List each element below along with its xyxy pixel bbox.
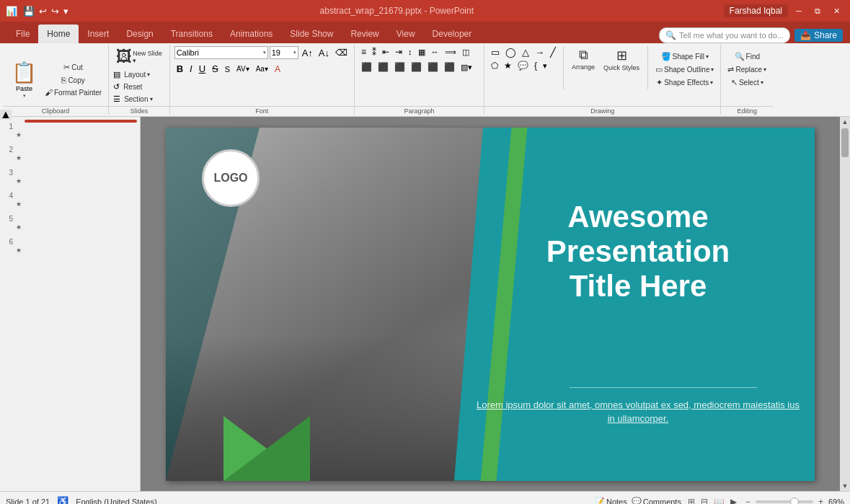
slide-thumb-4[interactable]: 4 ★: [3, 189, 137, 208]
slide-canvas-area[interactable]: LOGO Awesome Presentation Title Here Lor…: [141, 117, 840, 491]
slide-thumb-1[interactable]: 1 ★ LOGO Awesome Presentation Title Here: [3, 120, 137, 138]
find-button[interactable]: 🔍 Find: [725, 51, 769, 62]
reset-button[interactable]: Reset: [121, 82, 144, 92]
bold-btn[interactable]: B: [174, 63, 185, 75]
format-painter-button[interactable]: 🖌 Format Painter: [43, 87, 104, 97]
shape-pentagon-btn[interactable]: ⬠: [489, 60, 500, 71]
zoom-in-btn[interactable]: +: [816, 495, 825, 505]
shape-more-btn[interactable]: ▾: [541, 60, 549, 71]
replace-button[interactable]: ⇌ Replace ▾: [725, 64, 769, 75]
shape-fill-button[interactable]: 🪣 Shape Fill ▾: [653, 51, 716, 62]
tab-view[interactable]: View: [388, 25, 424, 43]
zoom-out-btn[interactable]: −: [743, 495, 753, 505]
new-slide-button[interactable]: 🖼 New Slide ▾: [113, 46, 165, 68]
font-decrease-btn[interactable]: A↓: [316, 47, 332, 59]
columns-btn[interactable]: ▦: [416, 47, 428, 58]
slide-panel-scroll-up[interactable]: ▲: [0, 110, 12, 120]
shape-triangle-btn[interactable]: △: [520, 46, 531, 58]
slide-thumb-5[interactable]: 5 ★ Financials: [3, 212, 137, 231]
scroll-thumb[interactable]: [841, 128, 849, 157]
slide-thumb-6[interactable]: 6 ★ Our History: [3, 235, 137, 254]
font-increase-btn[interactable]: A↑: [300, 47, 315, 59]
tab-transitions[interactable]: Transitions: [162, 25, 221, 43]
zoom-thumb[interactable]: [790, 498, 799, 505]
clear-format-btn[interactable]: ⌫: [333, 47, 350, 58]
smartart-btn[interactable]: ◫: [460, 47, 472, 58]
slide-sorter-btn[interactable]: ⊟: [699, 495, 710, 505]
line-spacing-btn[interactable]: ↕: [406, 47, 415, 57]
right-scrollbar[interactable]: ▲ ▼: [840, 117, 850, 491]
tab-review[interactable]: Review: [342, 25, 387, 43]
increase-indent-btn[interactable]: ⇥: [393, 46, 404, 58]
zoom-slider[interactable]: [756, 500, 813, 503]
align-center-btn[interactable]: ⬛: [376, 61, 391, 73]
shape-outline-button[interactable]: ▭ Shape Outline ▾: [653, 64, 716, 75]
text-fill-btn[interactable]: ▧▾: [459, 62, 474, 73]
tab-insert[interactable]: Insert: [79, 25, 118, 43]
reading-view-btn[interactable]: 📖: [712, 495, 727, 505]
text-direction-btn[interactable]: ↔: [429, 47, 441, 57]
slide-subtitle[interactable]: Lorem ipsum dolor sit amet, omnes volutp…: [476, 398, 800, 426]
char-spacing-btn[interactable]: AV▾: [234, 64, 252, 74]
tab-design[interactable]: Design: [118, 25, 161, 43]
align-left-btn[interactable]: ⬛: [359, 61, 374, 73]
shape-arrow-btn[interactable]: →: [533, 46, 546, 58]
paste-button[interactable]: 📋 Paste ▾: [7, 59, 41, 100]
slideshow-btn[interactable]: ▶: [728, 495, 739, 505]
italic-btn[interactable]: I: [187, 63, 195, 75]
close-btn[interactable]: ✕: [828, 3, 844, 19]
shape-star-btn[interactable]: ★: [502, 60, 514, 71]
shape-line-btn[interactable]: ╱: [548, 46, 558, 58]
slide-img-wrap-1[interactable]: LOGO Awesome Presentation Title Here: [25, 120, 137, 123]
font-size-selector[interactable]: 19 ▾: [270, 46, 298, 59]
slide-img-wrap-4[interactable]: [25, 189, 137, 192]
section-button[interactable]: Section ▾: [122, 94, 154, 104]
scroll-up-btn[interactable]: ▲: [840, 117, 850, 127]
decrease-indent-btn[interactable]: ⇤: [380, 46, 391, 58]
tab-developer[interactable]: Developer: [424, 25, 481, 43]
quick-styles-button[interactable]: ⊞ Quick Styles: [601, 46, 642, 73]
save-quick-btn[interactable]: 💾: [22, 4, 36, 18]
tab-animations[interactable]: Animations: [221, 25, 281, 43]
align-justify-btn[interactable]: ⬛: [409, 61, 424, 73]
text-shadow-btn[interactable]: ⬛: [442, 61, 457, 73]
align-right-btn[interactable]: ⬛: [392, 61, 407, 73]
text-columns-btn[interactable]: ⬛: [425, 61, 441, 73]
strikethrough-btn[interactable]: S: [210, 63, 221, 75]
help-search[interactable]: 🔍 Tell me what you want to do...: [659, 27, 790, 43]
shape-callout-btn[interactable]: 💬: [515, 60, 531, 71]
slide-img-wrap-2[interactable]: Awesome Header Here: [25, 143, 137, 146]
restore-btn[interactable]: ⧉: [810, 3, 825, 19]
slide-thumb-2[interactable]: 2 ★ Awesome Header Here: [3, 143, 137, 162]
font-name-selector[interactable]: Calibri ▾: [174, 46, 268, 59]
slide-thumb-3[interactable]: 3 ★ Our Services: [3, 166, 137, 185]
share-button[interactable]: 📤 Share: [794, 29, 843, 42]
underline-btn[interactable]: U: [197, 63, 208, 75]
shape-effects-button[interactable]: ✦ Shape Effects ▾: [653, 77, 716, 88]
normal-view-btn[interactable]: ⊞: [686, 495, 697, 505]
copy-button[interactable]: ⎘ Copy: [43, 75, 104, 85]
user-account[interactable]: Farshad Iqbal: [724, 4, 788, 17]
tab-file[interactable]: File: [7, 25, 38, 43]
slide-img-wrap-5[interactable]: Financials: [25, 212, 137, 215]
shape-ellipse-btn[interactable]: ◯: [503, 46, 518, 58]
layout-button[interactable]: Layout ▾: [122, 70, 152, 79]
change-case-btn[interactable]: Aa▾: [254, 64, 270, 74]
tab-slideshow[interactable]: Slide Show: [281, 25, 342, 43]
numbering-btn[interactable]: ⁑: [370, 46, 378, 58]
accessibility-icon[interactable]: ♿: [57, 496, 68, 504]
slide-img-wrap-6[interactable]: Our History: [25, 235, 137, 238]
bullets-btn[interactable]: ≡: [359, 46, 368, 58]
redo-quick-btn[interactable]: ↪: [50, 4, 61, 18]
arrange-button[interactable]: ⧉ Arrange: [569, 46, 598, 72]
slide-canvas[interactable]: LOGO Awesome Presentation Title Here Lor…: [166, 128, 815, 481]
undo-quick-btn[interactable]: ↩: [37, 4, 48, 18]
cut-button[interactable]: ✂ Cut: [43, 62, 104, 73]
notes-btn[interactable]: 📝 Notes: [595, 497, 627, 504]
slide-title[interactable]: Awesome Presentation Title Here: [476, 200, 800, 304]
slide-img-wrap-3[interactable]: Our Services: [25, 166, 137, 169]
customize-quick-btn[interactable]: ▾: [62, 4, 70, 18]
minimize-btn[interactable]: ─: [791, 3, 807, 19]
shape-rect-btn[interactable]: ▭: [489, 46, 502, 58]
select-button[interactable]: ↖ Select ▾: [725, 77, 769, 88]
